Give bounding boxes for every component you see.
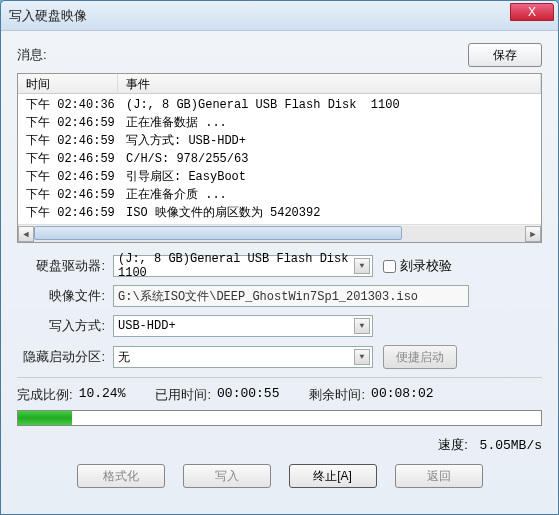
log-event: 正在准备数据 ... — [118, 114, 541, 132]
mode-value: USB-HDD+ — [118, 319, 176, 333]
log-event: 开始写入 ... — [118, 222, 541, 224]
action-row: 格式化 写入 终止[A] 返回 — [17, 464, 542, 488]
remain-label: 剩余时间: — [309, 386, 365, 404]
log-event: ISO 映像文件的扇区数为 5420392 — [118, 204, 541, 222]
log-row: 下午 02:46:59正在准备数据 ... — [18, 114, 541, 132]
verify-checkbox-wrap[interactable]: 刻录校验 — [383, 257, 452, 275]
log-time: 下午 02:40:36 — [18, 96, 118, 114]
log-time: 下午 02:46:59 — [18, 132, 118, 150]
content-area: 消息: 保存 时间 事件 下午 02:40:36(J:, 8 GB)Genera… — [1, 31, 558, 496]
mode-label: 写入方式: — [17, 317, 105, 335]
log-row: 下午 02:40:36(J:, 8 GB)General USB Flash D… — [18, 96, 541, 114]
log-row: 下午 02:46:59写入方式: USB-HDD+ — [18, 132, 541, 150]
log-time: 下午 02:46:59 — [18, 114, 118, 132]
log-time: 下午 02:46:59 — [18, 168, 118, 186]
main-window: 写入硬盘映像 X 消息: 保存 时间 事件 下午 02:40:36(J:, 8 … — [0, 0, 559, 515]
col-time-header: 时间 — [18, 74, 118, 93]
speed-value: 5.05MB/s — [480, 438, 542, 453]
scroll-left-icon[interactable]: ◄ — [18, 226, 34, 242]
form-area: 硬盘驱动器: (J:, 8 GB)General USB Flash Disk … — [17, 255, 542, 369]
scroll-track[interactable] — [34, 226, 525, 242]
log-row: 下午 02:46:59开始写入 ... — [18, 222, 541, 224]
hide-value: 无 — [118, 349, 130, 366]
drive-value: (J:, 8 GB)General USB Flash Disk 1100 — [118, 252, 368, 280]
close-button[interactable]: X — [510, 3, 554, 21]
back-button[interactable]: 返回 — [395, 464, 483, 488]
verify-label: 刻录校验 — [400, 257, 452, 275]
image-label: 映像文件: — [17, 287, 105, 305]
verify-checkbox[interactable] — [383, 260, 396, 273]
elapsed-label: 已用时间: — [155, 386, 211, 404]
drive-label: 硬盘驱动器: — [17, 257, 105, 275]
progress-fill — [18, 411, 72, 425]
log-time: 下午 02:46:59 — [18, 204, 118, 222]
elapsed-value: 00:00:55 — [217, 386, 279, 404]
abort-button[interactable]: 终止[A] — [289, 464, 377, 488]
log-time: 下午 02:46:59 — [18, 222, 118, 224]
log-event: (J:, 8 GB)General USB Flash Disk 1100 — [118, 96, 541, 114]
image-value: G:\系统ISO文件\DEEP_GhostWin7Sp1_201303.iso — [118, 288, 418, 305]
pct-label: 完成比例: — [17, 386, 73, 404]
format-button[interactable]: 格式化 — [77, 464, 165, 488]
chevron-down-icon[interactable]: ▼ — [354, 318, 370, 334]
scroll-right-icon[interactable]: ► — [525, 226, 541, 242]
hide-combo[interactable]: 无 ▼ — [113, 346, 373, 368]
log-time: 下午 02:46:59 — [18, 186, 118, 204]
log-row: 下午 02:46:59ISO 映像文件的扇区数为 5420392 — [18, 204, 541, 222]
speed-label: 速度: — [438, 437, 468, 452]
hide-label: 隐藏启动分区: — [17, 348, 105, 366]
chevron-down-icon[interactable]: ▼ — [354, 258, 370, 274]
speed-row: 速度: 5.05MB/s — [17, 436, 542, 454]
h-scrollbar[interactable]: ◄ ► — [18, 224, 541, 242]
log-event: 正在准备介质 ... — [118, 186, 541, 204]
chevron-down-icon[interactable]: ▼ — [354, 349, 370, 365]
pct-value: 10.24% — [79, 386, 126, 404]
log-time: 下午 02:46:59 — [18, 150, 118, 168]
log-body: 下午 02:40:36(J:, 8 GB)General USB Flash D… — [18, 94, 541, 224]
write-button[interactable]: 写入 — [183, 464, 271, 488]
shortcut-button[interactable]: 便捷启动 — [383, 345, 457, 369]
scroll-thumb[interactable] — [34, 226, 402, 240]
log-box: 时间 事件 下午 02:40:36(J:, 8 GB)General USB F… — [17, 73, 542, 243]
drive-combo[interactable]: (J:, 8 GB)General USB Flash Disk 1100 ▼ — [113, 255, 373, 277]
log-event: 写入方式: USB-HDD+ — [118, 132, 541, 150]
log-header: 时间 事件 — [18, 74, 541, 94]
separator — [17, 377, 542, 378]
titlebar: 写入硬盘映像 X — [1, 1, 558, 31]
log-row: 下午 02:46:59引导扇区: EasyBoot — [18, 168, 541, 186]
save-button[interactable]: 保存 — [468, 43, 542, 67]
col-event-header: 事件 — [118, 74, 541, 93]
stats-row: 完成比例: 10.24% 已用时间: 00:00:55 剩余时间: 00:08:… — [17, 386, 542, 404]
window-title: 写入硬盘映像 — [9, 7, 87, 25]
remain-value: 00:08:02 — [371, 386, 433, 404]
message-label: 消息: — [17, 46, 468, 64]
log-row: 下午 02:46:59C/H/S: 978/255/63 — [18, 150, 541, 168]
progress-bar — [17, 410, 542, 426]
mode-combo[interactable]: USB-HDD+ ▼ — [113, 315, 373, 337]
log-event: 引导扇区: EasyBoot — [118, 168, 541, 186]
log-event: C/H/S: 978/255/63 — [118, 150, 541, 168]
image-field[interactable]: G:\系统ISO文件\DEEP_GhostWin7Sp1_201303.iso — [113, 285, 469, 307]
log-row: 下午 02:46:59正在准备介质 ... — [18, 186, 541, 204]
